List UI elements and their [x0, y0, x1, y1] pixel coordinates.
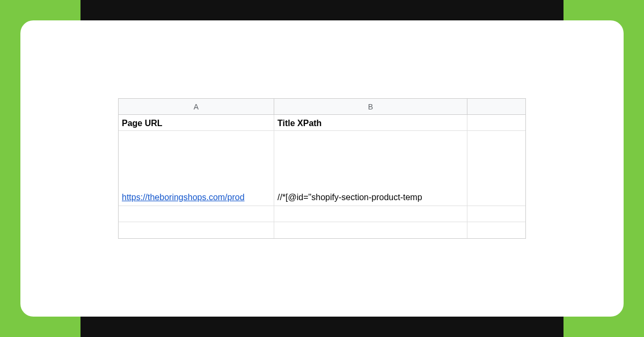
cell-c3[interactable]: [467, 206, 525, 222]
column-header-a[interactable]: A: [119, 99, 274, 114]
column-header-b[interactable]: B: [274, 99, 467, 114]
cell-c4[interactable]: [467, 222, 525, 238]
column-header-row: A B: [119, 99, 525, 115]
cell-b4[interactable]: [274, 222, 467, 238]
cell-a1[interactable]: Page URL: [119, 115, 274, 130]
cell-a3[interactable]: [119, 206, 274, 222]
cell-a2[interactable]: https://theboringshops.com/prod: [119, 131, 274, 206]
cell-b3[interactable]: [274, 206, 467, 222]
cell-c2[interactable]: [467, 131, 525, 206]
header-row: Page URL Title XPath: [119, 115, 525, 131]
data-row-3: [119, 206, 525, 222]
cell-a4[interactable]: [119, 222, 274, 238]
cell-b2[interactable]: //*[@id="shopify-section-product-temp: [274, 131, 467, 206]
content-card: A B Page URL Title XPath https://thebori…: [20, 20, 624, 317]
column-header-c[interactable]: [467, 99, 525, 114]
cell-b1[interactable]: Title XPath: [274, 115, 467, 130]
url-link[interactable]: https://theboringshops.com/prod: [122, 193, 245, 202]
data-row-2: https://theboringshops.com/prod //*[@id=…: [119, 131, 525, 206]
spreadsheet[interactable]: A B Page URL Title XPath https://thebori…: [118, 98, 526, 239]
cell-c1[interactable]: [467, 115, 525, 130]
data-row-4: [119, 222, 525, 238]
